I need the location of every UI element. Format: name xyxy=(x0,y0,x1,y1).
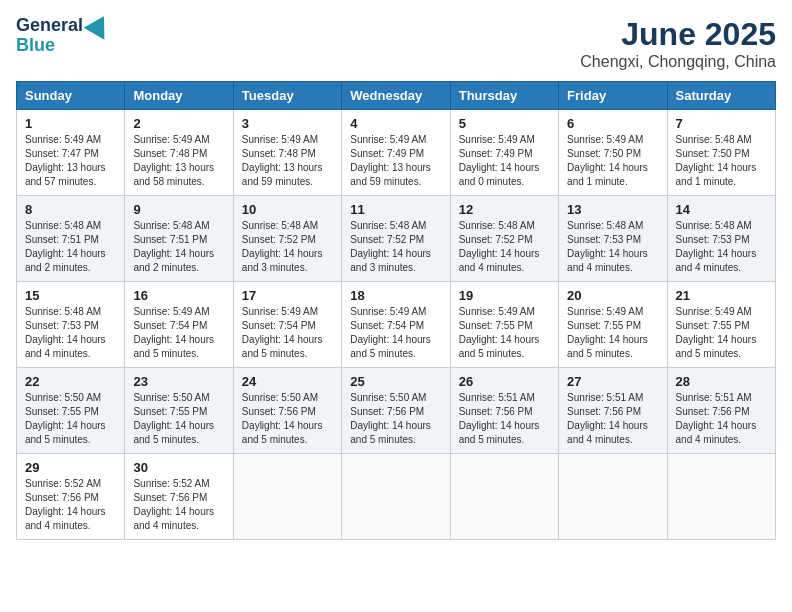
calendar-day-header: Wednesday xyxy=(342,82,450,110)
calendar-day-header: Sunday xyxy=(17,82,125,110)
logo-text-blue: Blue xyxy=(16,36,55,56)
calendar-cell: 8Sunrise: 5:48 AM Sunset: 7:51 PM Daylig… xyxy=(17,196,125,282)
calendar-day-header: Thursday xyxy=(450,82,558,110)
calendar-cell xyxy=(450,454,558,540)
day-number: 28 xyxy=(676,374,767,389)
page-header: General Blue June 2025 Chengxi, Chongqin… xyxy=(16,16,776,71)
day-number: 20 xyxy=(567,288,658,303)
calendar-cell xyxy=(342,454,450,540)
day-info: Sunrise: 5:49 AM Sunset: 7:54 PM Dayligh… xyxy=(350,305,441,361)
day-info: Sunrise: 5:49 AM Sunset: 7:47 PM Dayligh… xyxy=(25,133,116,189)
day-info: Sunrise: 5:48 AM Sunset: 7:51 PM Dayligh… xyxy=(25,219,116,275)
calendar-cell: 10Sunrise: 5:48 AM Sunset: 7:52 PM Dayli… xyxy=(233,196,341,282)
logo: General Blue xyxy=(16,16,111,56)
day-number: 15 xyxy=(25,288,116,303)
day-number: 6 xyxy=(567,116,658,131)
day-info: Sunrise: 5:48 AM Sunset: 7:52 PM Dayligh… xyxy=(459,219,550,275)
day-info: Sunrise: 5:48 AM Sunset: 7:50 PM Dayligh… xyxy=(676,133,767,189)
day-number: 24 xyxy=(242,374,333,389)
calendar-cell: 15Sunrise: 5:48 AM Sunset: 7:53 PM Dayli… xyxy=(17,282,125,368)
day-number: 17 xyxy=(242,288,333,303)
day-info: Sunrise: 5:49 AM Sunset: 7:55 PM Dayligh… xyxy=(567,305,658,361)
day-number: 7 xyxy=(676,116,767,131)
day-number: 18 xyxy=(350,288,441,303)
calendar-day-header: Tuesday xyxy=(233,82,341,110)
day-number: 19 xyxy=(459,288,550,303)
calendar-cell: 19Sunrise: 5:49 AM Sunset: 7:55 PM Dayli… xyxy=(450,282,558,368)
day-number: 25 xyxy=(350,374,441,389)
day-number: 26 xyxy=(459,374,550,389)
day-number: 2 xyxy=(133,116,224,131)
day-info: Sunrise: 5:48 AM Sunset: 7:51 PM Dayligh… xyxy=(133,219,224,275)
day-info: Sunrise: 5:49 AM Sunset: 7:55 PM Dayligh… xyxy=(676,305,767,361)
calendar-cell: 6Sunrise: 5:49 AM Sunset: 7:50 PM Daylig… xyxy=(559,110,667,196)
day-info: Sunrise: 5:49 AM Sunset: 7:48 PM Dayligh… xyxy=(133,133,224,189)
day-info: Sunrise: 5:49 AM Sunset: 7:50 PM Dayligh… xyxy=(567,133,658,189)
logo-text-general: General xyxy=(16,16,83,36)
calendar-cell: 12Sunrise: 5:48 AM Sunset: 7:52 PM Dayli… xyxy=(450,196,558,282)
day-info: Sunrise: 5:51 AM Sunset: 7:56 PM Dayligh… xyxy=(676,391,767,447)
calendar-cell: 17Sunrise: 5:49 AM Sunset: 7:54 PM Dayli… xyxy=(233,282,341,368)
day-number: 27 xyxy=(567,374,658,389)
calendar-header-row: SundayMondayTuesdayWednesdayThursdayFrid… xyxy=(17,82,776,110)
day-info: Sunrise: 5:51 AM Sunset: 7:56 PM Dayligh… xyxy=(567,391,658,447)
day-info: Sunrise: 5:49 AM Sunset: 7:49 PM Dayligh… xyxy=(459,133,550,189)
day-number: 1 xyxy=(25,116,116,131)
calendar-cell: 18Sunrise: 5:49 AM Sunset: 7:54 PM Dayli… xyxy=(342,282,450,368)
day-info: Sunrise: 5:49 AM Sunset: 7:55 PM Dayligh… xyxy=(459,305,550,361)
day-number: 10 xyxy=(242,202,333,217)
calendar-day-header: Saturday xyxy=(667,82,775,110)
day-info: Sunrise: 5:50 AM Sunset: 7:55 PM Dayligh… xyxy=(133,391,224,447)
calendar-cell: 3Sunrise: 5:49 AM Sunset: 7:48 PM Daylig… xyxy=(233,110,341,196)
day-number: 4 xyxy=(350,116,441,131)
calendar-table: SundayMondayTuesdayWednesdayThursdayFrid… xyxy=(16,81,776,540)
calendar-cell: 26Sunrise: 5:51 AM Sunset: 7:56 PM Dayli… xyxy=(450,368,558,454)
day-number: 22 xyxy=(25,374,116,389)
day-number: 23 xyxy=(133,374,224,389)
day-number: 12 xyxy=(459,202,550,217)
day-number: 30 xyxy=(133,460,224,475)
day-info: Sunrise: 5:49 AM Sunset: 7:49 PM Dayligh… xyxy=(350,133,441,189)
calendar-cell: 1Sunrise: 5:49 AM Sunset: 7:47 PM Daylig… xyxy=(17,110,125,196)
calendar-week-row: 8Sunrise: 5:48 AM Sunset: 7:51 PM Daylig… xyxy=(17,196,776,282)
day-info: Sunrise: 5:50 AM Sunset: 7:56 PM Dayligh… xyxy=(242,391,333,447)
calendar-cell: 24Sunrise: 5:50 AM Sunset: 7:56 PM Dayli… xyxy=(233,368,341,454)
day-info: Sunrise: 5:49 AM Sunset: 7:54 PM Dayligh… xyxy=(133,305,224,361)
calendar-cell: 27Sunrise: 5:51 AM Sunset: 7:56 PM Dayli… xyxy=(559,368,667,454)
calendar-cell: 13Sunrise: 5:48 AM Sunset: 7:53 PM Dayli… xyxy=(559,196,667,282)
calendar-cell: 25Sunrise: 5:50 AM Sunset: 7:56 PM Dayli… xyxy=(342,368,450,454)
calendar-cell: 11Sunrise: 5:48 AM Sunset: 7:52 PM Dayli… xyxy=(342,196,450,282)
calendar-cell: 21Sunrise: 5:49 AM Sunset: 7:55 PM Dayli… xyxy=(667,282,775,368)
calendar-week-row: 22Sunrise: 5:50 AM Sunset: 7:55 PM Dayli… xyxy=(17,368,776,454)
day-number: 21 xyxy=(676,288,767,303)
calendar-cell: 23Sunrise: 5:50 AM Sunset: 7:55 PM Dayli… xyxy=(125,368,233,454)
calendar-cell: 7Sunrise: 5:48 AM Sunset: 7:50 PM Daylig… xyxy=(667,110,775,196)
day-info: Sunrise: 5:49 AM Sunset: 7:54 PM Dayligh… xyxy=(242,305,333,361)
calendar-week-row: 29Sunrise: 5:52 AM Sunset: 7:56 PM Dayli… xyxy=(17,454,776,540)
calendar-cell: 20Sunrise: 5:49 AM Sunset: 7:55 PM Dayli… xyxy=(559,282,667,368)
logo-triangle-icon xyxy=(84,10,115,39)
calendar-cell: 9Sunrise: 5:48 AM Sunset: 7:51 PM Daylig… xyxy=(125,196,233,282)
day-info: Sunrise: 5:48 AM Sunset: 7:52 PM Dayligh… xyxy=(242,219,333,275)
day-number: 13 xyxy=(567,202,658,217)
calendar-cell: 14Sunrise: 5:48 AM Sunset: 7:53 PM Dayli… xyxy=(667,196,775,282)
calendar-week-row: 1Sunrise: 5:49 AM Sunset: 7:47 PM Daylig… xyxy=(17,110,776,196)
day-number: 3 xyxy=(242,116,333,131)
calendar-cell xyxy=(559,454,667,540)
calendar-week-row: 15Sunrise: 5:48 AM Sunset: 7:53 PM Dayli… xyxy=(17,282,776,368)
day-number: 11 xyxy=(350,202,441,217)
calendar-cell: 29Sunrise: 5:52 AM Sunset: 7:56 PM Dayli… xyxy=(17,454,125,540)
day-info: Sunrise: 5:48 AM Sunset: 7:53 PM Dayligh… xyxy=(567,219,658,275)
calendar-cell: 30Sunrise: 5:52 AM Sunset: 7:56 PM Dayli… xyxy=(125,454,233,540)
day-info: Sunrise: 5:48 AM Sunset: 7:52 PM Dayligh… xyxy=(350,219,441,275)
day-info: Sunrise: 5:48 AM Sunset: 7:53 PM Dayligh… xyxy=(25,305,116,361)
day-number: 14 xyxy=(676,202,767,217)
day-info: Sunrise: 5:50 AM Sunset: 7:55 PM Dayligh… xyxy=(25,391,116,447)
day-number: 9 xyxy=(133,202,224,217)
day-info: Sunrise: 5:52 AM Sunset: 7:56 PM Dayligh… xyxy=(133,477,224,533)
calendar-day-header: Monday xyxy=(125,82,233,110)
day-info: Sunrise: 5:49 AM Sunset: 7:48 PM Dayligh… xyxy=(242,133,333,189)
calendar-cell: 16Sunrise: 5:49 AM Sunset: 7:54 PM Dayli… xyxy=(125,282,233,368)
day-number: 29 xyxy=(25,460,116,475)
day-number: 5 xyxy=(459,116,550,131)
